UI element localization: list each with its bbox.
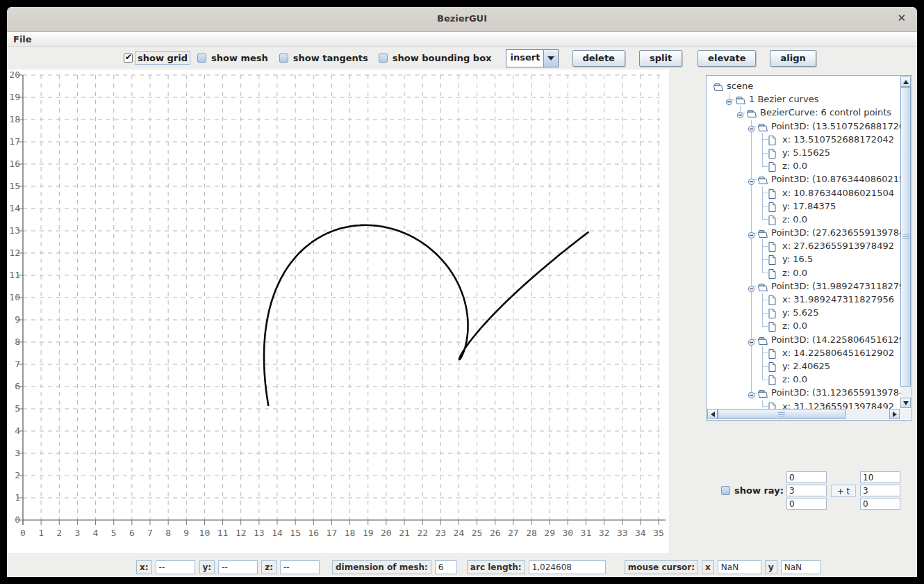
ray-value-field[interactable] [786,471,827,483]
checkbox-label[interactable]: show bounding box [391,53,493,63]
tree-leaf-node[interactable]: z: 0.0 [782,321,807,331]
svg-text:9: 9 [183,528,189,538]
tree-row[interactable]: y: 5.625 [707,306,900,319]
tree-connector-line [762,186,763,193]
tree-row[interactable]: x: 31.123655913978492 [707,400,900,409]
tree-row[interactable]: z: 0.0 [707,159,900,172]
checkbox-label[interactable]: show grid [136,53,189,63]
scroll-right-icon[interactable] [889,409,900,419]
align-button[interactable]: align [770,50,816,67]
close-icon[interactable]: ✕ [897,12,906,24]
tree-folder-node[interactable]: Point3D: (31.123655913978492 [771,387,900,398]
tree-row[interactable]: y: 16.5 [707,252,900,266]
scroll-up-icon[interactable] [900,76,911,87]
tree-folder-node[interactable]: Point3D: (14.225806451612902 [771,334,900,345]
svg-text:23: 23 [435,528,446,538]
svg-text:8: 8 [15,336,20,347]
tree-leaf-node[interactable]: x: 10.876344086021504 [782,188,894,198]
tree-folder-node[interactable]: 1 Bezier curves [749,94,818,104]
show-ray-checkbox[interactable] [721,486,730,495]
tree-connector-line [762,373,763,380]
checkbox-show-tangents[interactable]: show tangents [279,53,370,63]
tree-leaf-node[interactable]: z: 0.0 [782,374,807,384]
tree-connector-line [751,239,752,252]
tree-row[interactable]: BezierCurve: 6 control points [707,106,900,119]
tree-leaf-node[interactable]: y: 2.40625 [782,361,830,371]
checkbox-show-bounding-box[interactable]: show bounding box [379,53,493,63]
split-button[interactable]: split [639,50,682,67]
tree-leaf-node[interactable]: x: 31.989247311827956 [782,294,894,305]
insert-combobox[interactable]: insert [506,49,559,67]
tree-row[interactable]: Point3D: (13.510752688172042 [707,120,900,133]
tree-row[interactable]: Point3D: (10.876344086021504 [707,172,900,186]
curve-canvas[interactable]: 0123456789101112131415161718192021222324… [7,70,669,553]
tree-vertical-scrollbar[interactable] [900,76,911,408]
tree-row[interactable]: Point3D: (14.225806451612902 [707,333,900,346]
tree-row[interactable]: x: 27.623655913978492 [707,239,900,252]
tree-row[interactable]: Point3D: (31.989247311827956 [707,279,900,293]
tree-leaf-node[interactable]: x: 13.510752688172042 [782,134,894,145]
checkbox-label[interactable]: show tangents [292,53,370,63]
horizontal-scroll-thumb[interactable] [718,409,845,419]
tree-folder-node[interactable]: BezierCurve: 6 control points [760,107,891,117]
tree-row[interactable]: y: 5.15625 [707,146,900,159]
tree-row[interactable]: z: 0.0 [707,266,900,279]
tree-row[interactable]: z: 0.0 [707,373,900,386]
vertical-scroll-thumb[interactable] [900,87,911,387]
tree-connector-line [762,326,768,327]
delete-button[interactable]: delete [572,50,625,67]
tree-leaf-node[interactable]: z: 0.0 [782,161,807,171]
tree-leaf-node[interactable]: y: 16.5 [782,254,813,264]
tree-row[interactable]: Point3D: (31.123655913978492 [707,386,900,399]
svg-text:13: 13 [9,225,20,236]
tree-leaf-node[interactable]: y: 5.625 [782,307,818,318]
unchecked-checkbox-icon[interactable] [197,54,206,63]
tree-row[interactable]: 1 Bezier curves [707,92,900,106]
checked-checkbox-icon[interactable] [124,54,133,63]
title-bar[interactable]: BezierGUI ✕ [7,7,917,32]
tree-leaf-node[interactable]: x: 14.225806451612902 [782,348,894,358]
tree-row[interactable]: x: 10.876344086021504 [707,186,900,200]
ray-value-field[interactable] [786,485,827,496]
tree-row[interactable]: x: 14.225806451612902 [707,346,900,359]
svg-text:27: 27 [508,528,519,538]
menu-file[interactable]: File [7,33,38,46]
tree-row[interactable]: z: 0.0 [707,319,900,332]
tree-leaf-node[interactable]: z: 0.0 [782,268,807,278]
tree-row[interactable]: Point3D: (27.623655913978492 [707,226,900,239]
tree-connector-line [762,313,763,320]
tree-connector-line [762,166,768,167]
chevron-down-icon[interactable] [543,50,558,67]
checkbox-show-mesh[interactable]: show mesh [197,53,270,63]
checkbox-show-grid[interactable]: show grid [124,53,189,63]
ray-value-field[interactable] [786,498,827,510]
checkbox-label[interactable]: show mesh [210,53,270,63]
tree-row[interactable]: scene [707,79,900,92]
scroll-down-icon[interactable] [900,398,911,408]
tree-row[interactable]: x: 13.510752688172042 [707,133,900,146]
tree-folder-node[interactable]: Point3D: (27.623655913978492 [771,227,900,238]
tree-row[interactable]: z: 0.0 [707,213,900,226]
tree-folder-node[interactable]: Point3D: (31.989247311827956 [771,281,900,291]
unchecked-checkbox-icon[interactable] [379,54,388,63]
show-ray-label: show ray: [734,485,784,496]
tree-horizontal-scrollbar[interactable] [707,409,900,419]
tree-folder-node[interactable]: Point3D: (10.876344086021504 [771,174,900,184]
elevate-button[interactable]: elevate [698,50,756,67]
tree-leaf-node[interactable]: y: 5.15625 [782,147,830,158]
tree-row[interactable]: y: 2.40625 [707,359,900,373]
unchecked-checkbox-icon[interactable] [279,54,288,63]
tree-leaf-node[interactable]: x: 27.623655913978492 [782,241,894,251]
tree-leaf-node[interactable]: z: 0.0 [782,214,807,225]
tree-leaf-node[interactable]: y: 17.84375 [782,201,836,211]
tree-leaf-node[interactable]: x: 31.123655913978492 [782,401,894,409]
tree-folder-node[interactable]: scene [727,81,753,91]
ray-value-field[interactable] [860,498,900,510]
svg-text:12: 12 [236,528,247,538]
ray-value-field[interactable] [860,471,900,483]
scroll-left-icon[interactable] [707,409,718,419]
tree-row[interactable]: y: 17.84375 [707,200,900,213]
tree-folder-node[interactable]: Point3D: (13.510752688172042 [771,121,900,131]
ray-value-field[interactable] [860,485,900,496]
tree-row[interactable]: x: 31.989247311827956 [707,293,900,306]
